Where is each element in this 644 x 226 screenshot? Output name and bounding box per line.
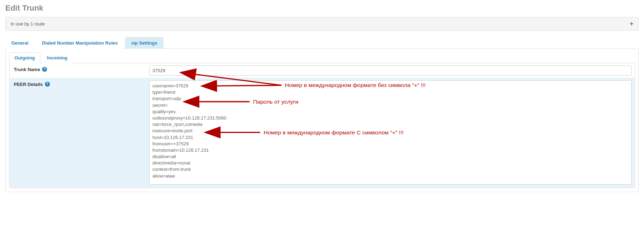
- help-icon[interactable]: ?: [42, 67, 47, 72]
- add-icon[interactable]: +: [630, 20, 633, 28]
- tab-general[interactable]: General: [5, 37, 34, 49]
- sub-tabs: Outgoing Incoming: [9, 52, 635, 63]
- main-tabs: General Dialed Number Manipulation Rules…: [5, 37, 639, 49]
- in-use-bar: In use by 1 route +: [5, 17, 639, 31]
- help-icon[interactable]: ?: [45, 82, 50, 87]
- subtab-incoming[interactable]: Incoming: [42, 52, 73, 63]
- row-trunk-name: Trunk Name ?: [10, 63, 634, 78]
- peer-details-label-text: PEER Details: [14, 82, 43, 87]
- tab-sip-settings[interactable]: sip Settings: [125, 37, 163, 49]
- peer-details-textarea[interactable]: username=37529 type=friend transport=udp…: [149, 80, 632, 185]
- outgoing-panel: Trunk Name ? PEER Details ? username=375…: [9, 63, 635, 188]
- trunk-name-label: Trunk Name ?: [10, 63, 149, 78]
- subtab-outgoing[interactable]: Outgoing: [9, 52, 40, 63]
- row-peer-details: PEER Details ? username=37529 type=frien…: [10, 78, 634, 188]
- peer-details-label: PEER Details ?: [10, 78, 149, 188]
- trunk-name-label-text: Trunk Name: [14, 67, 40, 72]
- tab-dialed-rules[interactable]: Dialed Number Manipulation Rules: [36, 37, 124, 49]
- page-title: Edit Trunk: [5, 4, 639, 13]
- sip-settings-panel: Outgoing Incoming Trunk Name ? PEER Deta…: [5, 49, 639, 192]
- trunk-name-input[interactable]: [149, 65, 632, 76]
- in-use-text: In use by 1 route: [11, 21, 45, 27]
